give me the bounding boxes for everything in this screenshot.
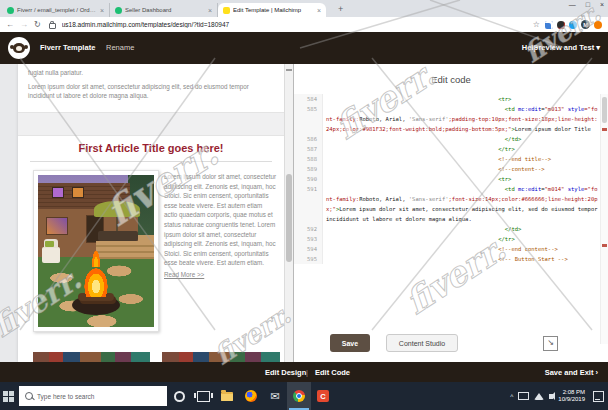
display-tray-icon[interactable] <box>518 392 529 400</box>
line-number: 587 <box>294 144 323 154</box>
task-view-icon <box>197 391 210 402</box>
url-field[interactable]: us18.admin.mailchimp.com/templates/desig… <box>62 21 533 28</box>
taskbar-search[interactable]: Type here to search <box>19 386 167 406</box>
preview-and-test-menu[interactable]: Preview and Test ▾ <box>533 43 600 52</box>
taskbar-clock[interactable]: 2:08 PM 10/9/2019 <box>558 389 585 403</box>
fiverr-favicon-icon <box>7 7 14 14</box>
file-explorer-button[interactable] <box>215 382 239 410</box>
mail-icon: ✉ <box>270 390 279 402</box>
next-article-image[interactable] <box>33 352 150 362</box>
divider <box>30 161 272 162</box>
padlock-icon <box>49 23 56 29</box>
read-more-link[interactable]: Read More >> <box>164 270 204 280</box>
preview-scrollbar[interactable] <box>284 64 293 362</box>
email-preview-pane: fugiat nulla pariatur. Lorem ipsum dolor… <box>0 64 284 362</box>
edit-code-link[interactable]: Edit Code <box>315 368 350 377</box>
tab-close-icon[interactable]: × <box>100 7 104 14</box>
mail-button[interactable]: ✉ <box>263 382 287 410</box>
code-line[interactable]: 584 <tr> <box>294 94 600 104</box>
mailchimp-header: Fiverr Template Rename Help Preview and … <box>0 32 608 64</box>
edit-code-title: Edit code <box>294 74 608 85</box>
window-close-button[interactable]: × <box>600 1 604 8</box>
code-line[interactable]: 587 </tr> <box>294 144 600 154</box>
cortana-icon <box>174 391 185 402</box>
fullscreen-icon[interactable]: ↘ <box>543 336 558 351</box>
save-and-exit-button[interactable]: Save and Exit › <box>545 368 598 377</box>
scrollbar-thumb[interactable] <box>286 174 292 262</box>
code-line[interactable]: 593 </tr> <box>294 234 600 244</box>
code-line[interactable]: 592 </td> <box>294 224 600 234</box>
content-studio-button[interactable]: Content Studio <box>386 334 458 352</box>
tab-close-icon[interactable]: × <box>317 7 321 14</box>
tab-close-icon[interactable]: × <box>208 7 212 14</box>
code-line[interactable]: 591 <td mc:edit="m014" style="font-famil… <box>294 184 600 224</box>
window-minimize-button[interactable]: — <box>569 1 576 8</box>
line-number: 589 <box>294 164 323 174</box>
tab-label: Edit Template | Mailchimp <box>233 7 314 13</box>
tray-expand-icon[interactable]: ^ <box>510 393 513 400</box>
extension-icon[interactable] <box>594 21 602 29</box>
tab-label: Seller Dashboard <box>125 7 205 13</box>
line-number: 585 <box>294 104 323 134</box>
code-line[interactable]: 590 <tr> <box>294 174 600 184</box>
article-title[interactable]: First Article Title goes here! <box>18 142 284 154</box>
bookmark-star-icon[interactable]: ☆ <box>533 20 540 29</box>
scrollbar-thumb[interactable] <box>602 97 607 123</box>
code-line[interactable]: 588 <!--end title--> <box>294 154 600 164</box>
browser-tab[interactable]: Edit Template | Mailchimp× <box>218 3 326 17</box>
edit-design-link[interactable]: Edit Design <box>265 368 306 377</box>
code-line[interactable]: 585 <td mc:edit="m013" style="font-famil… <box>294 104 600 134</box>
save-button[interactable]: Save <box>330 334 370 352</box>
template-name: Fiverr Template <box>40 43 95 52</box>
red-app-button[interactable]: C <box>311 382 335 410</box>
forward-icon[interactable]: → <box>20 20 28 29</box>
chrome-button[interactable] <box>287 382 311 410</box>
profile-avatar[interactable]: M <box>581 20 590 29</box>
article-photo[interactable] <box>33 170 159 332</box>
browser-tab-strip: Fiverr / email_templet / Orders -×Seller… <box>0 0 608 17</box>
next-article-image[interactable] <box>162 352 280 362</box>
start-button[interactable] <box>0 382 16 410</box>
search-placeholder: Type here to search <box>37 393 94 400</box>
email-canvas: fugiat nulla pariatur. Lorem ipsum dolor… <box>18 64 284 362</box>
code-line[interactable]: 589 <!--content--> <box>294 164 600 174</box>
code-line[interactable]: 586 </td> <box>294 134 600 144</box>
action-center-icon[interactable] <box>593 391 604 402</box>
line-number: 591 <box>294 184 323 224</box>
refresh-icon[interactable]: ↻ <box>34 20 41 29</box>
red-app-icon: C <box>317 390 329 402</box>
rename-link[interactable]: Rename <box>106 43 134 52</box>
address-bar: ← → ↻ us18.admin.mailchimp.com/templates… <box>0 17 608 33</box>
code-editor[interactable]: 584 <tr>585 <td mc:edit="m013" style="fo… <box>294 94 600 264</box>
search-icon <box>25 392 33 400</box>
new-tab-button[interactable]: + <box>338 4 343 14</box>
extension-icon[interactable] <box>557 21 565 29</box>
preview-top-line: fugiat nulla pariatur. <box>28 69 83 76</box>
scroll-annotation <box>602 244 607 247</box>
browser-tab[interactable]: Seller Dashboard× <box>110 3 218 17</box>
code-line[interactable]: 595 <!-- Button Start --> <box>294 254 600 264</box>
extension-icon[interactable] <box>545 21 553 29</box>
firefox-button[interactable] <box>239 382 263 410</box>
browser-tab[interactable]: Fiverr / email_templet / Orders -× <box>2 3 110 17</box>
task-view-button[interactable] <box>191 382 215 410</box>
mailchimp-logo[interactable] <box>8 37 30 59</box>
firefox-icon <box>245 390 257 402</box>
cortana-button[interactable] <box>167 382 191 410</box>
extension-icon[interactable] <box>569 21 577 29</box>
tab-strip-tabs: Fiverr / email_templet / Orders -×Seller… <box>2 3 326 17</box>
code-line[interactable]: 594 <!--end content--> <box>294 244 600 254</box>
line-number: 592 <box>294 224 323 234</box>
line-number: 593 <box>294 234 323 244</box>
article-body-text[interactable]: Lorem ipsum dolor sit amet, consectetur … <box>164 172 276 280</box>
folder-icon <box>221 392 233 401</box>
back-icon[interactable]: ← <box>6 20 14 29</box>
network-icon[interactable] <box>534 393 544 400</box>
line-number: 586 <box>294 134 323 144</box>
preview-intro-paragraph[interactable]: Lorem ipsum dolor sit amet, consectetur … <box>28 82 274 100</box>
scroll-annotation <box>602 128 607 131</box>
window-maximize-button[interactable]: □ <box>586 1 590 8</box>
code-scrollbar[interactable] <box>600 94 608 344</box>
clock-time: 2:08 PM <box>558 389 585 396</box>
volume-icon[interactable] <box>549 394 553 399</box>
